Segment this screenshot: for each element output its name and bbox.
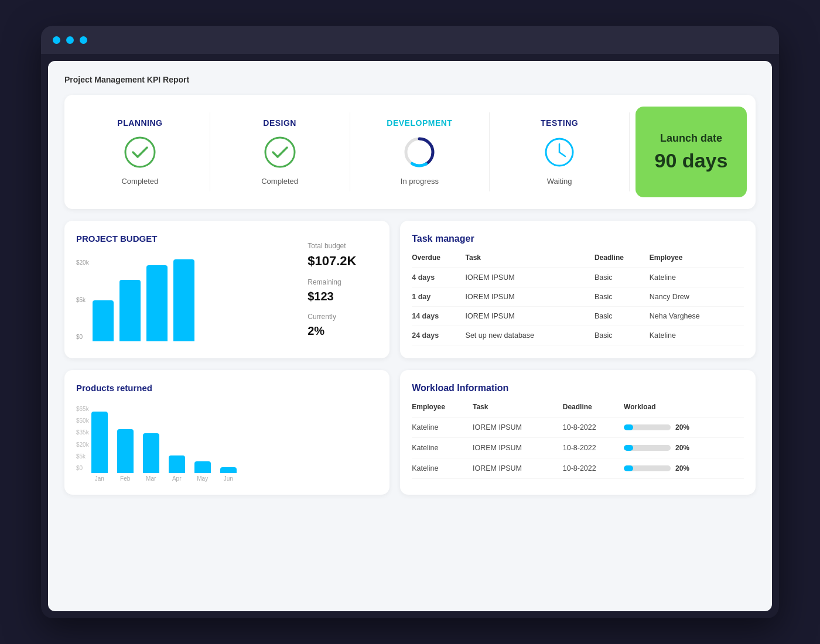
task-row: 4 days IOREM IPSUM Basic Kateline xyxy=(412,268,744,287)
products-bar-col: Feb xyxy=(117,429,134,482)
task-employee-3: Kateline xyxy=(650,326,744,345)
budget-bar-0 xyxy=(93,300,114,341)
testing-clock-icon xyxy=(543,136,576,169)
products-y-1: $50k xyxy=(76,417,89,424)
wl-task-0: IOREM IPSUM xyxy=(473,417,563,438)
phase-development-status: In progress xyxy=(401,177,439,186)
workload-row: Kateline IOREM IPSUM 10-8-2022 20% xyxy=(412,417,744,438)
workload-title: Workload Information xyxy=(412,383,744,393)
budget-y-label-1: $5k xyxy=(76,297,89,303)
products-y-labels: $65k $50k $35k $20k $5k $0 xyxy=(76,406,89,482)
wl-col-employee: Employee xyxy=(412,403,473,417)
products-bar-2 xyxy=(143,433,159,473)
products-y-0: $65k xyxy=(76,406,89,412)
progress-fill-1 xyxy=(624,445,633,451)
wl-deadline-1: 10-8-2022 xyxy=(563,438,624,458)
dot-1 xyxy=(53,36,60,44)
main-content: Project Management KPI Report PLANNING C… xyxy=(48,61,772,611)
progress-bg-0 xyxy=(624,424,671,430)
task-row: 1 day IOREM IPSUM Basic Nancy Drew xyxy=(412,287,744,307)
progress-pct-0: 20% xyxy=(675,423,689,431)
remaining-value: $123 xyxy=(308,290,378,303)
dot-2 xyxy=(66,36,74,44)
bottom-row: Products returned $65k $50k $35k $20k $5… xyxy=(64,370,756,495)
products-bar-label-5: Jun xyxy=(224,475,233,482)
products-title: Products returned xyxy=(76,383,378,393)
wl-employee-2: Kateline xyxy=(412,458,473,479)
task-overdue-2: 14 days xyxy=(412,307,465,326)
budget-bar-chart xyxy=(93,259,194,341)
budget-chart-area: PROJECT BUDGET $20k $5k $0 xyxy=(76,234,296,345)
page-title: Project Management KPI Report xyxy=(64,75,756,84)
phase-planning-label: PLANNING xyxy=(117,118,162,128)
task-card: Task manager Overdue Task Deadline Emplo… xyxy=(400,221,756,358)
progress-pct-2: 20% xyxy=(675,464,689,472)
phase-testing-status: Waiting xyxy=(547,177,572,186)
task-deadline-3: Basic xyxy=(594,326,650,345)
wl-workload-0: 20% xyxy=(624,417,744,438)
task-name-2: IOREM IPSUM xyxy=(466,307,594,326)
wl-task-1: IOREM IPSUM xyxy=(473,438,563,458)
products-y-4: $5k xyxy=(76,453,89,460)
task-employee-0: Kateline xyxy=(650,268,744,287)
wl-col-workload: Workload xyxy=(624,403,744,417)
products-bar-col: Apr xyxy=(169,455,185,482)
phase-testing: TESTING Waiting xyxy=(490,112,630,191)
products-bar-label-2: Mar xyxy=(146,475,156,482)
wl-employee-0: Kateline xyxy=(412,417,473,438)
task-row: 24 days Set up new database Basic Kateli… xyxy=(412,326,744,345)
task-table: Overdue Task Deadline Employee 4 days IO… xyxy=(412,254,744,345)
products-bar-label-3: Apr xyxy=(172,475,182,482)
task-deadline-1: Basic xyxy=(594,287,650,307)
phase-development: DEVELOPMENT In progress xyxy=(350,112,490,191)
launch-box: Launch date 90 days xyxy=(636,107,747,197)
progress-fill-0 xyxy=(624,424,633,430)
phase-development-label: DEVELOPMENT xyxy=(387,118,452,128)
task-overdue-1: 1 day xyxy=(412,287,465,307)
progress-fill-2 xyxy=(624,465,633,471)
products-bar-col: Jun xyxy=(220,467,237,482)
svg-point-4 xyxy=(403,136,436,169)
budget-title: PROJECT BUDGET xyxy=(76,234,296,244)
products-y-3: $20k xyxy=(76,441,89,448)
remaining-label: Remaining xyxy=(308,278,378,286)
wl-task-2: IOREM IPSUM xyxy=(473,458,563,479)
task-name-1: IOREM IPSUM xyxy=(466,287,594,307)
wl-col-task: Task xyxy=(473,403,563,417)
budget-y-label-2: $0 xyxy=(76,334,89,340)
svg-point-0 xyxy=(125,138,155,167)
budget-stats: Total budget $107.2K Remaining $123 Curr… xyxy=(308,234,378,345)
task-col-overdue: Overdue xyxy=(412,254,465,268)
task-col-employee: Employee xyxy=(650,254,744,268)
phase-planning: PLANNING Completed xyxy=(70,112,210,191)
products-y-5: $0 xyxy=(76,465,89,471)
budget-y-labels: $20k $5k $0 xyxy=(76,259,89,341)
budget-card: PROJECT BUDGET $20k $5k $0 xyxy=(64,221,390,358)
workload-row: Kateline IOREM IPSUM 10-8-2022 20% xyxy=(412,438,744,458)
total-budget-value: $107.2K xyxy=(308,254,378,269)
task-overdue-0: 4 days xyxy=(412,268,465,287)
wl-workload-1: 20% xyxy=(624,438,744,458)
products-bar-0 xyxy=(91,412,108,473)
products-bar-chart: Jan Feb Mar Apr May Jun xyxy=(91,406,237,482)
products-bar-5 xyxy=(220,467,237,473)
wl-employee-1: Kateline xyxy=(412,438,473,458)
progress-bg-2 xyxy=(624,465,671,471)
budget-y-label-0: $20k xyxy=(76,259,89,266)
dot-3 xyxy=(80,36,87,44)
workload-row: Kateline IOREM IPSUM 10-8-2022 20% xyxy=(412,458,744,479)
task-row: 14 days IOREM IPSUM Basic Neha Varghese xyxy=(412,307,744,326)
design-check-icon xyxy=(264,136,296,169)
wl-deadline-2: 10-8-2022 xyxy=(563,458,624,479)
task-employee-2: Neha Varghese xyxy=(650,307,744,326)
progress-bg-1 xyxy=(624,445,671,451)
task-title: Task manager xyxy=(412,234,744,244)
wl-deadline-0: 10-8-2022 xyxy=(563,417,624,438)
progress-pct-1: 20% xyxy=(675,444,689,452)
wl-workload-2: 20% xyxy=(624,458,744,479)
products-bar-label-1: Feb xyxy=(120,475,130,482)
planning-check-icon xyxy=(124,136,156,169)
middle-row: PROJECT BUDGET $20k $5k $0 xyxy=(64,221,756,358)
task-col-deadline: Deadline xyxy=(594,254,650,268)
launch-days: 90 days xyxy=(655,149,728,172)
